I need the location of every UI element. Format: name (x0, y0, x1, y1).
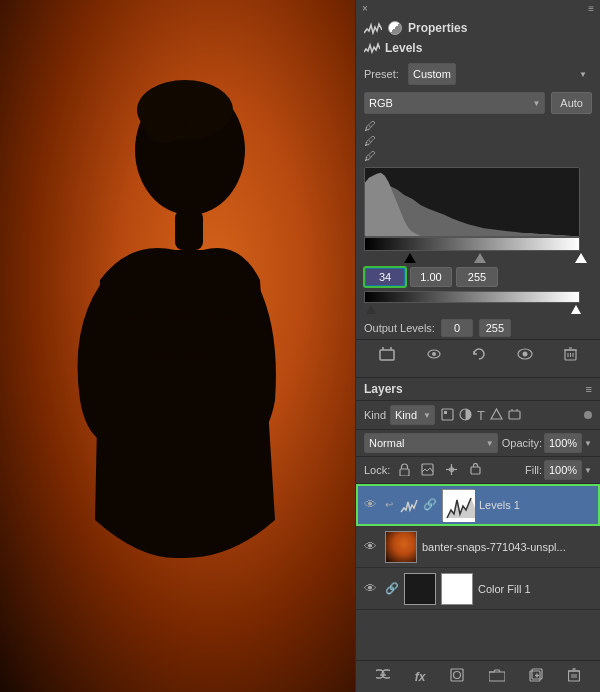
layer-name-photo: banter-snaps-771043-unspl... (422, 541, 592, 553)
layer-link-icon-levels[interactable]: 🔗 (423, 498, 437, 511)
output-black-input[interactable] (441, 319, 473, 337)
white-point-slider[interactable] (575, 253, 587, 263)
eyedropper-black: 🖊 (364, 119, 592, 133)
new-group-button[interactable] (485, 667, 509, 687)
layer-thumbnail-colorfill (404, 573, 436, 605)
midtone-input[interactable] (410, 267, 452, 287)
fill-input[interactable] (544, 460, 582, 480)
new-layer-icon (529, 668, 543, 682)
output-white-input[interactable] (479, 319, 511, 337)
black-point-slider[interactable] (404, 253, 416, 263)
input-gradient-bar (364, 237, 580, 251)
layer-link-icon-colorfill[interactable]: 🔗 (385, 582, 399, 595)
delete-layer-icon (568, 668, 580, 682)
fill-dropdown-icon[interactable]: ▼ (584, 466, 592, 475)
panel-close-button[interactable]: × (362, 3, 368, 14)
eyedropper-white-icon[interactable]: 🖊 (364, 149, 376, 163)
blend-row: Normal Dissolve Multiply Opacity: ▼ (356, 430, 600, 457)
layer-visibility-colorfill[interactable]: 👁 (364, 581, 380, 596)
layer-row[interactable]: 👁 🔗 Color Fill 1 (356, 568, 600, 610)
svg-rect-27 (400, 469, 409, 476)
kind-shape-icon[interactable] (490, 408, 503, 423)
properties-header: Properties (356, 17, 600, 39)
opacity-dropdown-icon[interactable]: ▼ (584, 439, 592, 448)
photo-silhouette (0, 0, 355, 692)
new-layer-button[interactable] (525, 666, 547, 687)
link-icon (376, 668, 390, 682)
kind-pixel-icon[interactable] (441, 408, 454, 423)
layers-header: Layers ≡ (356, 378, 600, 401)
preset-row: Preset: Custom (356, 59, 600, 89)
delete-layer-button[interactable] (564, 666, 584, 687)
properties-title-row: Properties (364, 21, 467, 35)
reset-button[interactable] (468, 345, 490, 366)
lock-transparency-icon[interactable] (396, 462, 413, 479)
eyedropper-gray-icon[interactable]: 🖊 (364, 134, 376, 148)
histogram-canvas (364, 167, 580, 237)
toggle-visibility-button[interactable] (513, 345, 537, 366)
midtone-slider[interactable] (474, 253, 486, 263)
output-levels-label: Output Levels: (364, 322, 435, 334)
svg-marker-23 (491, 409, 502, 419)
layer-link-arrow-levels: ↩ (385, 499, 395, 510)
layer-list: 👁 ↩ 🔗 Levels 1 👁 (356, 484, 600, 660)
layer-row[interactable]: 👁 banter-snaps-771043-unspl... (356, 526, 600, 568)
preset-select[interactable]: Custom (408, 63, 456, 85)
levels-thumbnail-svg (443, 490, 475, 522)
output-slider-row (364, 303, 580, 317)
opacity-input[interactable] (544, 433, 582, 453)
layers-bottom-toolbar: fx (356, 660, 600, 692)
kind-label: Kind (364, 409, 386, 421)
lock-position-icon[interactable] (442, 462, 461, 479)
layer-row[interactable]: 👁 ↩ 🔗 Levels 1 (356, 484, 600, 526)
svg-rect-24 (509, 411, 520, 419)
svg-rect-21 (444, 411, 447, 414)
svg-rect-7 (380, 350, 394, 360)
channel-select[interactable]: RGB Red Green Blue (364, 92, 545, 114)
white-point-input[interactable] (456, 267, 498, 287)
kind-smart-icon[interactable] (508, 408, 521, 423)
layers-filter-dot (584, 411, 592, 419)
waveform-icon (364, 21, 382, 35)
layers-title: Layers (364, 382, 403, 396)
eyedropper-black-icon[interactable]: 🖊 (364, 119, 376, 133)
add-mask-button[interactable] (446, 666, 468, 687)
layer-visibility-photo[interactable]: 👁 (364, 539, 380, 554)
svg-point-37 (454, 672, 461, 679)
auto-button[interactable]: Auto (551, 92, 592, 114)
layer-effects-button[interactable]: fx (411, 667, 430, 686)
layer-name-levels: Levels 1 (479, 499, 592, 511)
clip-to-layer-button[interactable] (375, 345, 399, 366)
kind-select[interactable]: Kind (390, 405, 435, 425)
histogram-svg (365, 168, 579, 236)
output-black-slider[interactable] (366, 305, 376, 314)
eyedropper-white: 🖊 (364, 149, 592, 163)
layer-visibility-levels[interactable]: 👁 (364, 497, 380, 512)
black-point-input[interactable] (364, 267, 406, 287)
eyedropper-gray: 🖊 (364, 134, 592, 148)
properties-toolbar (356, 339, 600, 371)
lock-label: Lock: (364, 464, 390, 476)
layers-menu-icon[interactable]: ≡ (586, 383, 592, 395)
properties-title: Properties (408, 21, 467, 35)
delete-adjustment-button[interactable] (560, 345, 581, 366)
lock-image-icon[interactable] (418, 462, 437, 479)
layer-name-colorfill: Color Fill 1 (478, 583, 592, 595)
properties-menu-icon[interactable]: ≡ (588, 3, 594, 14)
kind-row: Kind Kind T (356, 401, 600, 430)
output-white-slider[interactable] (571, 305, 581, 314)
svg-rect-20 (442, 409, 453, 420)
view-previous-button[interactable] (422, 345, 446, 366)
blend-mode-select[interactable]: Normal Dissolve Multiply (364, 433, 498, 453)
kind-type-icon[interactable]: T (477, 408, 485, 423)
blend-select-wrapper: Normal Dissolve Multiply (364, 433, 498, 453)
link-layers-button[interactable] (372, 666, 394, 687)
lock-artboard-icon[interactable] (466, 462, 485, 479)
output-gradient-bar (364, 291, 580, 303)
fx-icon: fx (415, 670, 426, 684)
kind-adjustment-icon[interactable] (459, 408, 472, 423)
adjustment-circle-icon (388, 21, 402, 35)
svg-rect-32 (471, 467, 480, 474)
output-label-row: Output Levels: (356, 317, 600, 339)
visibility-icon (517, 347, 533, 361)
